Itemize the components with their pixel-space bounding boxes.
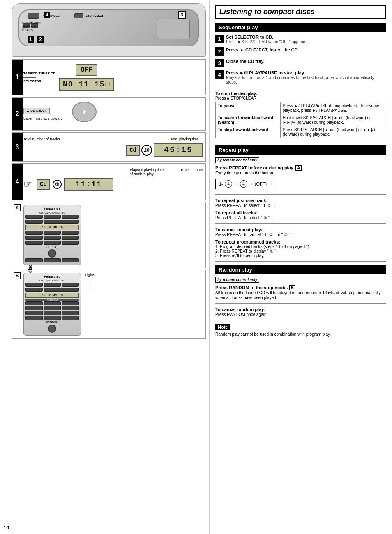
step-1-num: 1 [215,35,224,43]
section-2: 2 ▲ CD EJECT Label must face upward [12,97,206,131]
step-4-num: 4 [215,70,224,79]
sequential-play-header: Sequential play [215,23,386,32]
remote-b-display: Cd 10 45:15 [25,293,79,298]
r-btn-15[interactable] [44,258,61,262]
step-1-detail: Press ■ STOP/CLEAR when "OFF" appears. [226,39,308,44]
num4-badge: 4 [44,12,50,18]
arrow-2: → (OFF) → [249,181,272,186]
elapsed-time-label: Elapsed playing timeof track in play [130,168,164,176]
remote-b-sub: CD RADIO CASSETTE [25,279,79,282]
play-pause-btn[interactable] [28,13,39,19]
r-btn-6[interactable] [44,231,61,235]
step-2-bold: Press ▲ CD EJECT, insert the CD. [226,47,299,52]
cancel-repeat-text: Press REPEAT to cancel " 1 -① " or " ② "… [215,232,291,237]
table-row-pause: To pause Press ►/II PLAY/PAUSE during pl… [216,102,386,114]
circle-2-icon: ② [240,180,247,188]
repeat-intro-badge: A [295,165,302,171]
step-2-text: Press ▲ CD EJECT, insert the CD. [226,47,299,52]
repeat-diagram: 1- ① → ② → (OFF) → [215,179,276,189]
rb-btn-8[interactable] [25,306,43,310]
arrow-1: → [234,181,238,186]
r-btn-16[interactable] [62,258,79,262]
cancel-random-section: To cancel random play: Press RANDOM once… [215,307,386,317]
section-3-num: 3 [12,133,23,161]
repeat-intro-bold: Press REPEAT before or during play. [215,165,294,170]
num1-badge: 1 [28,37,34,42]
programmed-steps: 1. Program desired tracks (steps 1 to 4 … [215,244,386,258]
r-btn-1[interactable] [25,215,43,219]
rb-btn-9[interactable] [44,306,61,310]
pause-instruction: Press ►/II PLAY/PAUSE during playback. T… [280,102,386,114]
r-btn-9[interactable] [44,236,61,240]
random-intro-text: All tracks on the loaded CD will be play… [215,290,380,300]
rb-btn-14[interactable] [25,316,43,320]
rb-btn-2[interactable] [44,283,61,287]
remote-a: Panasonic CD RADIO CASSETTE Cd 10 45:15 [23,205,81,265]
circle-1-icon: ① [225,180,232,188]
note-text: Random play cannot be used in combinatio… [215,332,386,337]
random-intro-badge: B [289,285,295,290]
prog-step-3: 3. Press ►/II to begin play. [215,253,386,258]
r-btn-wide-1[interactable] [44,220,79,224]
r-btn-11[interactable] [25,241,43,245]
repeat-play-header: Repeat play [215,145,386,155]
section3-display: 45:15 [154,143,203,157]
divider-1 [215,88,386,88]
info-table: To pause Press ►/II PLAY/PAUSE during pl… [215,102,386,138]
remote-b-display-container: Cd 10 45:15 RANDOM [25,293,79,301]
r-btn-4[interactable] [25,220,43,224]
section-b: B Panasonic CD RADIO CASSETTE Cd 10 45:1… [12,270,206,339]
rb-btn-5[interactable] [25,301,43,305]
display-track: NO 11 15□ [59,78,114,91]
prog-step-2: 2. Press REPEAT to display " ② ". [215,249,386,253]
rb-btn-7[interactable] [62,301,79,305]
hand-play-icon: ☞ [23,179,32,190]
remote-b-brand: Panasonic [25,275,79,279]
rb-btn-15[interactable] [44,316,61,320]
rb-btn-4[interactable] [25,288,43,292]
r-btn-12[interactable] [44,241,61,245]
skip-label: SKIP/SEARCH|◄◄ / ►► | [22,22,41,28]
rb-btn-12[interactable] [44,311,61,315]
r-btn-5[interactable] [25,231,43,235]
random-button[interactable] [48,325,56,333]
rb-btn-13[interactable] [62,311,79,315]
section4-track-circle: ① [53,180,62,189]
remote-a-sub: CD RADIO CASSETTE [25,211,79,214]
prog-step-1: 1. Program desired tracks (steps 1 to 4 … [215,244,386,249]
repeat-intro-sub: Every time you press the button; [215,171,274,175]
cd-eject-btn[interactable]: ▲ CD EJECT [23,108,50,114]
rb-btn-3[interactable] [62,283,79,287]
tuning-label: TUNING [22,29,33,32]
section-1: 1 TAPE/CD TUNER CD━━━━━SELECTOR OFF NO 1… [12,59,206,95]
remote-b-container: Panasonic CD RADIO CASSETTE Cd 10 45:15 … [23,273,95,336]
rb-btn-1[interactable] [25,283,43,287]
rb-btn-wide[interactable] [44,288,79,292]
num2-badge: 2 [37,37,44,42]
rb-btn-16[interactable] [62,316,79,320]
r-btn-13[interactable] [62,241,79,245]
r-btn-8[interactable] [25,236,43,240]
random-intro-bold: Press RANDOM in the stop mode. [215,285,288,290]
repeat-button[interactable] [48,249,56,258]
left-panel: Compact disc operations PLAY/PAUSE STOP/… [0,0,210,534]
lights-arrow: ↓ [89,285,91,290]
display-off: OFF [76,64,97,76]
section-3: 3 Total number of tracks Total playing t… [12,132,206,162]
rb-btn-10[interactable] [62,306,79,310]
stop-clear-btn[interactable] [74,13,83,18]
r-btn-7[interactable] [62,231,79,235]
rb-btn-6[interactable] [44,301,61,305]
divider-2 [215,142,386,142]
step-3-text: Close the CD tray. [226,59,265,64]
r-btn-3[interactable] [62,215,79,219]
r-btn-10[interactable] [62,236,79,240]
step-4-text: Press ►/II PLAY/PAUSE to start play. Pla… [226,70,386,84]
random-btn-label: RANDOM [25,321,79,324]
track-count-display: Cd [126,145,140,156]
r-btn-2[interactable] [44,215,61,219]
rb-btn-11[interactable] [25,311,43,315]
r-btn-14[interactable] [25,258,43,262]
step-3-num: 3 [215,59,224,67]
search-instruction: Hold down SKIP/SEARCH |◄◄/– (backward) o… [280,114,386,126]
